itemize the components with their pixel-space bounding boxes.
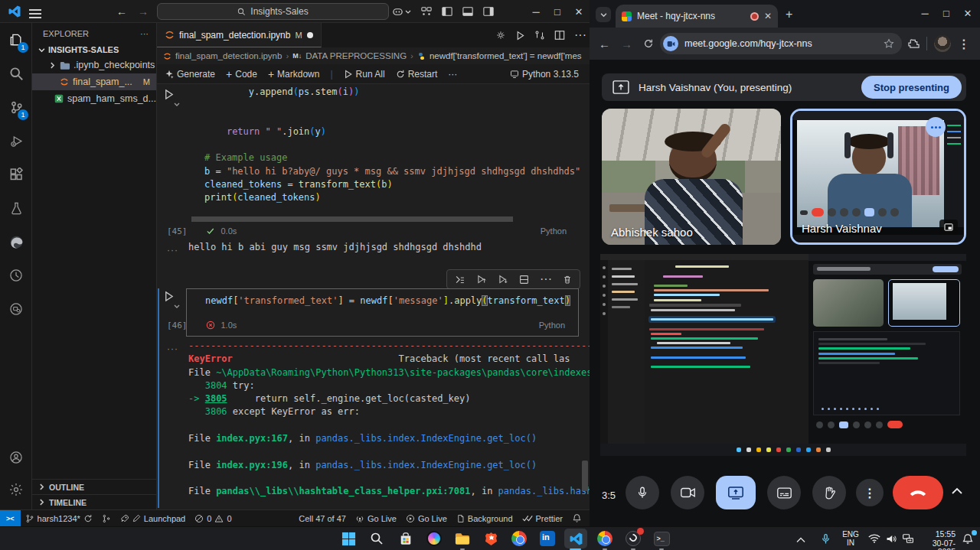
toggle-sidebar-icon[interactable]	[442, 6, 452, 17]
obs-icon[interactable]	[624, 529, 642, 548]
go-live-2-item[interactable]: Go Live	[401, 510, 452, 527]
go-live-item[interactable]: Go Live	[351, 510, 401, 527]
unsaved-dot-icon[interactable]	[307, 32, 313, 38]
output-more-actions-icon[interactable]: ···	[167, 245, 178, 255]
toggle-panel-icon[interactable]	[462, 6, 473, 17]
timeline-section[interactable]: TIMELINE	[32, 494, 156, 509]
toggle-secondary-sidebar-icon[interactable]	[483, 6, 494, 17]
tray-chevron-icon[interactable]	[796, 537, 805, 543]
generate-button[interactable]: Generate	[165, 69, 215, 80]
customize-layout-icon[interactable]	[421, 6, 432, 17]
breadcrumb[interactable]: final_spam_detection.ipynb › M↓ DATA PRE…	[157, 47, 590, 64]
minimize-button[interactable]: ─	[525, 0, 547, 23]
tab-search-icon[interactable]	[596, 7, 611, 22]
forward-icon[interactable]: →	[621, 37, 632, 50]
explorer-icon[interactable]: 1	[0, 23, 32, 57]
scrollbar-thumb[interactable]	[582, 461, 588, 491]
extensions-icon[interactable]	[0, 158, 32, 191]
profile-avatar[interactable]	[934, 35, 951, 52]
run-cell-button[interactable]	[163, 291, 180, 309]
edge-browser-icon[interactable]	[0, 225, 32, 259]
new-tab-icon[interactable]: +	[786, 8, 792, 21]
vscode-taskbar-icon[interactable]	[567, 529, 585, 548]
close-button[interactable]: ✕	[568, 0, 590, 23]
explorer-file-final-spam-[interactable]: final_spam_...M	[32, 73, 156, 90]
command-center-search[interactable]: Insights-Sales	[157, 3, 389, 20]
present-button-active[interactable]	[716, 476, 756, 509]
explorer-root-folder[interactable]: INSIGHTS-SALES	[32, 43, 156, 57]
screencast-icon[interactable]	[0, 292, 32, 326]
microsoft-store-icon[interactable]	[397, 529, 415, 548]
end-call-button[interactable]	[893, 476, 943, 509]
breadcrumb-cell[interactable]: newdf['transformed_text'] = newdf['mes	[430, 51, 582, 60]
cell-horizontal-scrollbar[interactable]	[191, 216, 513, 222]
explorer-file-spam-ham-sms-d-[interactable]: spam_ham_sms_d...	[32, 90, 156, 107]
cell-language[interactable]: Python	[541, 226, 567, 236]
maximize-button[interactable]: □	[936, 2, 957, 24]
reload-icon[interactable]	[643, 38, 654, 49]
brave-browser-icon[interactable]	[482, 529, 500, 548]
tab-notebook[interactable]: final_spam_detection.ipynb M	[157, 23, 322, 47]
chrome-icon[interactable]	[510, 529, 528, 548]
cell-46-code[interactable]: newdf['transformed_text'] = newdf['messa…	[205, 295, 570, 308]
explorer-more-icon[interactable]: ···	[140, 29, 149, 38]
more-options-button[interactable]: ⋮	[856, 479, 884, 506]
video-tile-abhishek[interactable]: Abhishek sahoo	[602, 109, 781, 245]
terminal-icon[interactable]	[652, 529, 671, 548]
execute-above-icon[interactable]	[455, 275, 466, 285]
wifi-icon[interactable]	[865, 529, 884, 548]
search-view-icon[interactable]	[0, 57, 32, 90]
notifications-bell-icon[interactable]	[567, 510, 590, 527]
nav-forward-icon[interactable]: →	[138, 5, 149, 18]
menu-hamburger-icon[interactable]	[29, 7, 41, 21]
add-markdown-button[interactable]: +Markdown	[268, 68, 320, 80]
run-below-icon[interactable]	[498, 275, 508, 285]
run-icon[interactable]	[515, 31, 525, 41]
testing-flask-icon[interactable]	[0, 191, 32, 225]
cell-position-item[interactable]: Cell 47 of 47	[294, 510, 351, 527]
restart-button[interactable]: Restart	[396, 69, 438, 80]
run-cell-button[interactable]	[163, 89, 180, 107]
tile-options-icon[interactable]	[926, 117, 946, 137]
copilot-icon[interactable]	[392, 6, 411, 18]
git-graph-item[interactable]	[97, 510, 116, 527]
volume-icon[interactable]	[882, 529, 900, 548]
stop-presenting-button[interactable]: Stop presenting	[861, 76, 962, 99]
prettier-item[interactable]: Prettier	[518, 510, 567, 527]
notebook-settings-icon[interactable]	[495, 30, 506, 41]
raise-hand-button[interactable]	[812, 476, 846, 509]
mic-button[interactable]	[626, 476, 659, 509]
output-more-actions-icon[interactable]: ···	[167, 343, 178, 354]
source-control-icon[interactable]: 1	[0, 90, 32, 124]
run-debug-icon[interactable]	[0, 124, 32, 158]
account-icon[interactable]	[0, 441, 32, 474]
screen-share-preview[interactable]	[600, 254, 966, 456]
tray-mic-icon[interactable]	[816, 529, 835, 548]
captions-button[interactable]	[767, 476, 801, 509]
taskbar-search-icon[interactable]	[368, 529, 386, 548]
minimize-button[interactable]: ─	[914, 2, 936, 24]
split-cell-icon[interactable]	[519, 275, 529, 285]
add-code-button[interactable]: +Code	[226, 68, 257, 80]
close-button[interactable]: ✕	[957, 2, 978, 24]
camera-button[interactable]	[671, 476, 704, 509]
video-tile-harsh[interactable]: Harsh Vaishnav	[790, 109, 966, 245]
cell-45-code[interactable]: y.append(ps.stem(i)) return " ".join(y) …	[204, 86, 580, 205]
maximize-button[interactable]: □	[547, 0, 568, 23]
explorer-file--ipynb-checkpoints[interactable]: .ipynb_checkpoints	[32, 57, 156, 73]
nav-back-icon[interactable]: ←	[116, 5, 127, 18]
start-button-icon[interactable]	[339, 529, 358, 548]
delete-cell-icon[interactable]	[563, 275, 572, 285]
background-item[interactable]: Background	[452, 510, 518, 527]
linkedin-icon[interactable]	[538, 529, 557, 548]
breadcrumb-section[interactable]: DATA PREPROCESSING	[305, 51, 407, 60]
address-bar[interactable]: meet.google.com/hqy-jtcx-nns	[660, 33, 902, 54]
remote-indicator[interactable]: ><	[0, 510, 21, 527]
compare-changes-icon[interactable]	[534, 30, 545, 41]
chrome-profile2-icon[interactable]	[596, 529, 614, 548]
bookmark-star-icon[interactable]	[884, 38, 894, 49]
back-icon[interactable]: ←	[599, 37, 610, 50]
notification-bell-icon[interactable]	[959, 529, 977, 548]
settings-gear-icon[interactable]	[0, 473, 32, 506]
cell-more-icon[interactable]: ···	[540, 272, 552, 286]
